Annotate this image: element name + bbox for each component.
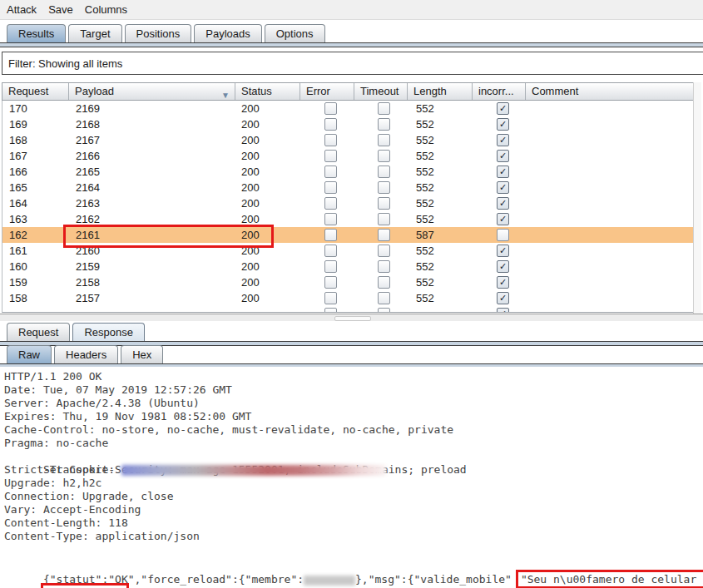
column-header-status[interactable]: Status	[235, 83, 300, 100]
error-checkbox[interactable]	[324, 102, 337, 115]
error-checkbox[interactable]	[324, 245, 337, 257]
table-row[interactable]: 1662165200552✓	[2, 164, 693, 180]
incorrect-checkbox[interactable]: ✓	[497, 181, 509, 194]
table-row[interactable]: 1692168200552✓	[2, 116, 693, 132]
timeout-checkbox[interactable]	[378, 213, 390, 225]
results-rows: 1702169200552✓1692168200552✓168216720055…	[2, 101, 694, 313]
table-row[interactable]: 1622161200587	[2, 227, 693, 243]
tab-results[interactable]: Results	[7, 24, 66, 42]
filter-bar[interactable]: Filter: Showing all items	[2, 52, 703, 75]
error-checkbox[interactable]	[324, 134, 337, 146]
redacted-cookie-value	[121, 465, 386, 476]
main-tab-underline	[0, 42, 703, 47]
cell-payload: 2168	[76, 116, 100, 132]
timeout-checkbox[interactable]	[378, 229, 390, 241]
timeout-checkbox[interactable]	[378, 308, 390, 313]
tab-raw[interactable]: Raw	[7, 345, 52, 363]
table-row[interactable]: 1682167200552✓	[2, 132, 693, 148]
table-row[interactable]: 1592158200552✓	[2, 274, 693, 290]
error-checkbox[interactable]	[324, 150, 337, 162]
column-header-request[interactable]: Request	[2, 83, 69, 100]
incorrect-checkbox[interactable]: ✓	[497, 245, 509, 257]
timeout-checkbox[interactable]	[378, 118, 390, 131]
timeout-checkbox[interactable]	[378, 292, 390, 304]
filter-text: Filter: Showing all items	[8, 57, 122, 70]
timeout-checkbox[interactable]	[378, 276, 390, 289]
cell-request: 165	[9, 180, 27, 195]
response-header-line: Upgrade: h2,h2c	[4, 477, 703, 490]
table-row[interactable]: ✓	[2, 306, 693, 313]
incorrect-checkbox[interactable]: ✓	[497, 308, 509, 313]
tab-hex[interactable]: Hex	[121, 345, 163, 363]
incorrect-checkbox[interactable]: ✓	[497, 118, 509, 131]
message-editor-tab-strip: Request Response	[0, 321, 703, 341]
incorrect-checkbox[interactable]	[497, 229, 509, 241]
cell-request: 159	[9, 274, 27, 290]
cell-request: 167	[9, 148, 27, 164]
error-checkbox[interactable]	[324, 213, 337, 225]
error-checkbox[interactable]	[324, 181, 337, 194]
cell-length: 552	[416, 195, 434, 211]
tab-payloads[interactable]: Payloads	[194, 24, 261, 42]
incorrect-checkbox[interactable]: ✓	[497, 102, 509, 115]
timeout-checkbox[interactable]	[378, 260, 390, 273]
column-header-timeout[interactable]: Timeout	[354, 83, 408, 100]
error-checkbox[interactable]	[324, 276, 337, 289]
cell-payload: 2169	[76, 101, 100, 116]
cell-status: 200	[241, 132, 260, 148]
response-header-line: Content-Length: 118	[4, 516, 703, 530]
table-row[interactable]: 1652164200552✓	[2, 180, 693, 195]
menu-bar: Attack Save Columns	[0, 0, 703, 20]
timeout-checkbox[interactable]	[378, 245, 390, 257]
column-header-comment[interactable]: Comment	[526, 83, 695, 100]
incorrect-checkbox[interactable]: ✓	[497, 166, 509, 178]
error-checkbox[interactable]	[324, 166, 337, 178]
timeout-checkbox[interactable]	[378, 134, 390, 146]
incorrect-checkbox[interactable]: ✓	[497, 292, 509, 304]
error-checkbox[interactable]	[324, 292, 337, 304]
body-json-middle: },"msg":{"valide_mobile"	[355, 573, 512, 586]
menu-save[interactable]: Save	[48, 3, 73, 16]
cell-status: 200	[241, 164, 260, 180]
timeout-checkbox[interactable]	[378, 197, 390, 210]
column-header-error[interactable]: Error	[300, 83, 354, 100]
menu-columns[interactable]: Columns	[85, 3, 127, 16]
table-row[interactable]: 1702169200552✓	[2, 101, 693, 116]
format-tab-strip: Raw Headers Hex	[0, 345, 703, 363]
tab-options[interactable]: Options	[265, 24, 325, 42]
incorrect-checkbox[interactable]: ✓	[497, 197, 509, 210]
incorrect-checkbox[interactable]: ✓	[497, 260, 509, 273]
cell-length: 552	[416, 211, 434, 227]
tab-request[interactable]: Request	[7, 323, 70, 341]
incorrect-checkbox[interactable]: ✓	[497, 213, 509, 225]
error-checkbox[interactable]	[324, 308, 337, 313]
incorrect-checkbox[interactable]: ✓	[497, 276, 509, 289]
tab-headers[interactable]: Headers	[54, 345, 118, 363]
tab-response[interactable]: Response	[72, 323, 145, 341]
vertical-scrollbar[interactable]	[693, 82, 701, 314]
table-row[interactable]: 1582157200552✓	[2, 290, 693, 306]
column-header-payload[interactable]: Payload ▼	[69, 83, 235, 100]
tab-positions[interactable]: Positions	[125, 24, 192, 42]
error-checkbox[interactable]	[324, 197, 337, 210]
response-viewer[interactable]: HTTP/1.1 200 OKDate: Tue, 07 May 2019 12…	[0, 367, 703, 588]
table-row[interactable]: 1602159200552✓	[2, 259, 693, 274]
error-checkbox[interactable]	[324, 118, 337, 131]
timeout-checkbox[interactable]	[378, 150, 390, 162]
column-header-length[interactable]: Length	[408, 83, 473, 100]
error-checkbox[interactable]	[324, 229, 337, 241]
table-row[interactable]: 1642163200552✓	[2, 195, 693, 211]
tab-target[interactable]: Target	[68, 24, 121, 42]
incorrect-checkbox[interactable]: ✓	[497, 150, 509, 162]
timeout-checkbox[interactable]	[378, 166, 390, 178]
table-row[interactable]: 1672166200552✓	[2, 148, 693, 164]
pane-splitter[interactable]	[0, 314, 703, 321]
timeout-checkbox[interactable]	[378, 102, 390, 115]
cell-payload: 2163	[76, 195, 100, 211]
cell-request: 166	[9, 164, 27, 180]
error-checkbox[interactable]	[324, 260, 337, 273]
timeout-checkbox[interactable]	[378, 181, 390, 194]
column-header-incorrect[interactable]: incorr...	[473, 83, 526, 100]
menu-attack[interactable]: Attack	[7, 3, 37, 16]
incorrect-checkbox[interactable]: ✓	[497, 134, 509, 146]
